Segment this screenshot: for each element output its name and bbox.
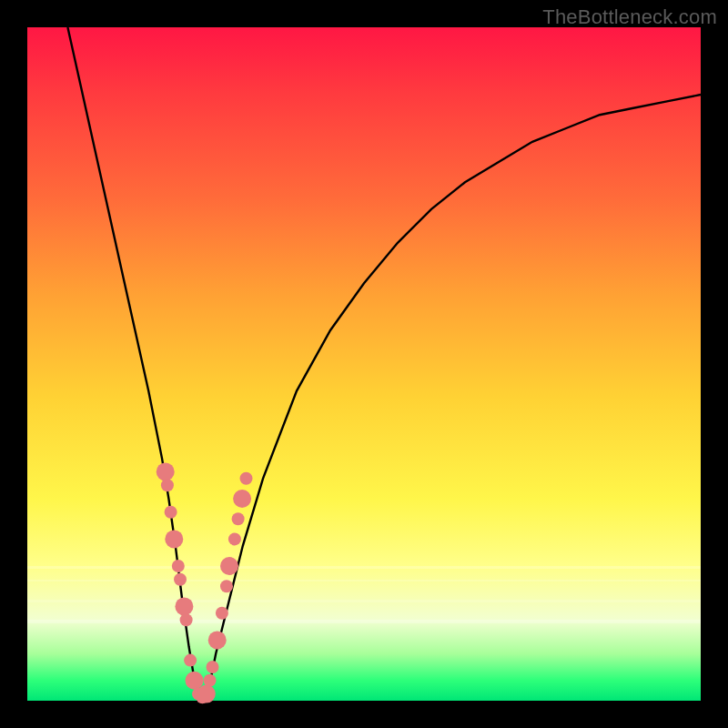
bead-marker [233, 490, 251, 508]
bead-marker [220, 557, 238, 575]
plot-area [27, 27, 701, 701]
bead-marker [165, 530, 183, 548]
bead-marker [186, 672, 204, 690]
bead-marker [165, 506, 177, 519]
bead-marker [240, 472, 253, 485]
watermark-text: TheBottleneck.com [542, 5, 717, 29]
bead-marker [157, 462, 175, 480]
bead-marker [207, 661, 219, 673]
curve-path [67, 27, 701, 701]
bead-marker [216, 607, 228, 620]
bead-marker [197, 685, 216, 703]
bead-marker [175, 597, 193, 615]
bead-marker [204, 674, 217, 687]
bead-marker [161, 479, 174, 491]
beads-group [157, 462, 253, 703]
bead-marker [232, 512, 245, 525]
bead-marker [228, 532, 241, 545]
chart-frame: TheBottleneck.com [0, 0, 728, 728]
bead-marker [208, 631, 227, 649]
bead-marker [180, 613, 193, 626]
curve-svg [27, 27, 701, 701]
bead-marker [184, 654, 197, 667]
bottleneck-curve [67, 27, 701, 701]
bead-marker [172, 560, 185, 572]
bead-marker [174, 573, 187, 586]
bead-marker [220, 580, 233, 592]
